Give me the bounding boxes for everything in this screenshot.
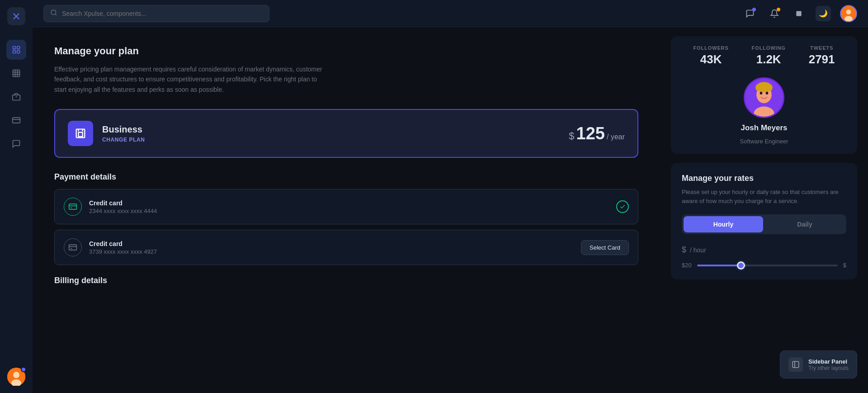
bell-icon-button[interactable]	[767, 6, 782, 21]
sidebar-panel-subtitle: Try other layouts	[808, 365, 849, 371]
price-value: 125	[576, 124, 605, 143]
search-icon	[50, 9, 57, 18]
rate-currency-symbol: $	[682, 245, 686, 255]
rate-daily-button[interactable]: Daily	[765, 216, 844, 232]
sidebar-item-dashboard[interactable]	[6, 40, 26, 60]
message-notification-dot	[752, 8, 756, 11]
profile-stats-card: FOLLOWERS 43K FOLLOWING 1.2K TWEETS 2791	[671, 36, 857, 154]
sidebar-panel-text: Sidebar Panel Try other layouts	[808, 358, 849, 371]
plan-icon	[68, 121, 93, 146]
svg-rect-9	[13, 95, 20, 100]
sidebar-panel-icon	[788, 357, 803, 372]
followers-label: FOLLOWERS	[693, 45, 728, 51]
profile-name: Josh Meyers	[741, 123, 788, 133]
notification-dot	[21, 367, 26, 372]
rates-card: Manage your rates Please set up your hou…	[671, 163, 857, 279]
message-icon-button[interactable]	[742, 6, 758, 21]
svg-point-41	[760, 91, 763, 95]
profile-avatar	[744, 77, 784, 118]
stat-following: FOLLOWING 1.2K	[752, 45, 786, 66]
svg-rect-0	[13, 47, 16, 49]
price-currency: $	[569, 130, 574, 142]
theme-toggle-button[interactable]: 🌙	[816, 6, 831, 21]
tweets-value: 2791	[809, 52, 835, 66]
bell-notification-dot	[777, 8, 780, 11]
sidebar-item-chat[interactable]	[6, 134, 26, 154]
rates-title: Manage your rates	[682, 174, 846, 183]
page-title: Manage your plan	[54, 45, 638, 57]
search-input[interactable]	[62, 10, 263, 17]
svg-rect-4	[13, 70, 20, 77]
svg-rect-2	[13, 51, 16, 53]
plan-info: Business CHANGE PLAN	[102, 124, 560, 143]
svg-rect-45	[793, 361, 799, 368]
svg-point-16	[51, 10, 56, 15]
sidebar-item-card[interactable]	[6, 110, 26, 130]
profile-center: Josh Meyers Software Engineer	[682, 77, 846, 145]
sidebar-nav	[6, 40, 26, 357]
plan-price: $ 125 / year	[569, 124, 625, 143]
sidebar-item-briefcase[interactable]	[6, 87, 26, 107]
following-label: FOLLOWING	[752, 45, 786, 51]
card-icon-1	[64, 198, 82, 216]
rate-unit: / hour	[690, 246, 706, 254]
topbar-icons: 🌙	[742, 5, 857, 22]
card-details-1: Credit card 2344 xxxx xxxx xxxx 4444	[89, 199, 609, 214]
sidebar	[0, 0, 33, 393]
rates-desc: Please set up your hourly or daily rate …	[682, 188, 846, 205]
svg-point-42	[766, 91, 769, 95]
stat-followers: FOLLOWERS 43K	[693, 45, 728, 66]
rate-slider-min: $20	[682, 262, 692, 269]
rate-slider[interactable]	[697, 265, 838, 266]
svg-rect-3	[17, 51, 20, 53]
svg-point-28	[844, 16, 853, 22]
card-number-2: 3739 xxxx xxxx xxxx 4927	[89, 248, 574, 255]
rate-input-row: $ / hour	[682, 245, 846, 255]
change-plan-link[interactable]: CHANGE PLAN	[102, 137, 560, 143]
rate-slider-max: $	[843, 262, 846, 269]
svg-rect-36	[69, 245, 77, 250]
billing-section-title: Billing details	[54, 276, 638, 285]
svg-point-27	[846, 9, 851, 14]
current-plan-card: Business CHANGE PLAN $ 125 / year	[54, 109, 638, 158]
following-value: 1.2K	[752, 52, 786, 66]
svg-point-25	[798, 13, 799, 14]
card-item-1: Credit card 2344 xxxx xxxx xxxx 4444	[54, 189, 638, 224]
sidebar-panel-tooltip[interactable]: Sidebar Panel Try other layouts	[780, 350, 857, 379]
topbar-user-avatar[interactable]	[840, 5, 857, 22]
app-logo[interactable]	[7, 7, 25, 25]
card-type-1: Credit card	[89, 199, 609, 207]
left-panel: Manage your plan Effective pricing plan …	[33, 27, 660, 393]
sidebar-panel-title: Sidebar Panel	[808, 358, 849, 365]
sidebar-user-avatar[interactable]	[7, 368, 25, 386]
page-description: Effective pricing plan management requir…	[54, 64, 326, 95]
svg-rect-30	[78, 133, 82, 137]
card-type-2: Credit card	[89, 240, 574, 247]
sidebar-item-grid[interactable]	[6, 63, 26, 83]
search-bar[interactable]	[43, 5, 269, 22]
right-panel: FOLLOWERS 43K FOLLOWING 1.2K TWEETS 2791	[660, 27, 868, 393]
tweets-label: TWEETS	[809, 45, 835, 51]
card-item-2: Credit card 3739 xxxx xxxx xxxx 4927 Sel…	[54, 230, 638, 265]
payment-section-title: Payment details	[54, 172, 638, 182]
card-details-2: Credit card 3739 xxxx xxxx xxxx 4927	[89, 240, 574, 255]
svg-rect-1	[17, 47, 20, 49]
card-selected-check	[616, 200, 629, 213]
card-icon-2	[64, 238, 82, 256]
rate-hourly-button[interactable]: Hourly	[684, 216, 763, 232]
apps-icon-button[interactable]	[791, 6, 807, 21]
stat-tweets: TWEETS 2791	[809, 45, 835, 66]
topbar: 🌙	[33, 0, 868, 27]
stats-row: FOLLOWERS 43K FOLLOWING 1.2K TWEETS 2791	[682, 45, 846, 66]
price-period: / year	[607, 133, 625, 141]
content-area: Manage your plan Effective pricing plan …	[33, 27, 868, 393]
main-wrapper: 🌙 Manage your plan Effective pricing pla…	[33, 0, 868, 393]
rate-toggle: Hourly Daily	[682, 214, 846, 234]
profile-role: Software Engineer	[740, 138, 788, 145]
card-number-1: 2344 xxxx xxxx xxxx 4444	[89, 208, 609, 214]
plan-name: Business	[102, 124, 560, 135]
select-card-button[interactable]: Select Card	[581, 240, 629, 255]
followers-value: 43K	[693, 52, 728, 66]
svg-point-14	[13, 372, 19, 378]
svg-rect-11	[13, 118, 20, 123]
